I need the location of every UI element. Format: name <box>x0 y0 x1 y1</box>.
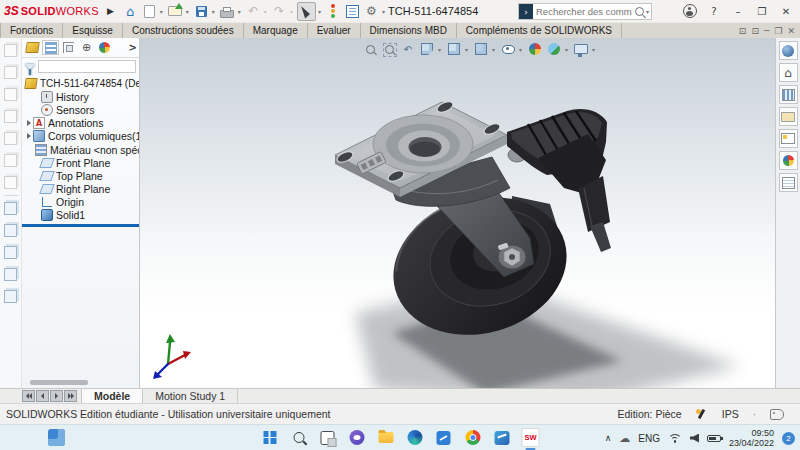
propertymanager-tab[interactable] <box>60 40 77 55</box>
notification-badge[interactable]: 2 <box>782 432 795 445</box>
tab-modele[interactable]: Modèle <box>81 389 143 403</box>
tree-item-history[interactable]: History <box>22 90 139 103</box>
open-button[interactable] <box>167 3 184 20</box>
section-view-icon[interactable] <box>419 41 435 57</box>
select-caret-icon[interactable]: ▾ <box>318 8 321 15</box>
section-caret-icon[interactable]: ▾ <box>438 46 441 53</box>
print-button[interactable] <box>219 3 236 20</box>
tray-overflow-icon[interactable]: ∧ <box>605 433 612 443</box>
search-icon[interactable] <box>635 7 644 16</box>
print-caret-icon[interactable]: ▾ <box>238 8 241 15</box>
zoom-to-fit-icon[interactable] <box>362 41 378 57</box>
battery-icon[interactable] <box>707 435 721 442</box>
view-tool-icon[interactable] <box>4 154 17 167</box>
tab-motion-study[interactable]: Motion Study 1 <box>143 389 238 403</box>
screen-tool-icon[interactable] <box>4 246 17 259</box>
save-caret-icon[interactable]: ▾ <box>212 8 215 15</box>
configurationmanager-tab[interactable]: ⊕ <box>78 40 95 55</box>
command-search[interactable]: › ▾ <box>518 3 652 20</box>
tags-icon[interactable] <box>770 409 784 420</box>
new-document-button[interactable] <box>141 3 158 20</box>
tab-esquisse[interactable]: Esquisse <box>63 23 123 38</box>
view-tool-icon[interactable] <box>4 132 17 145</box>
previous-view-icon[interactable]: ↶ <box>400 41 416 57</box>
expand-panel-icon[interactable]: > <box>129 42 137 53</box>
view-tool-icon[interactable] <box>4 88 17 101</box>
settings-caret-icon[interactable]: ▾ <box>382 8 385 15</box>
unit-system[interactable]: IPS <box>722 408 739 420</box>
tree-item-top-plane[interactable]: Top Plane <box>22 169 139 182</box>
doc-flyout2-icon[interactable]: ⊡ <box>751 26 759 36</box>
doc-close-icon[interactable]: ✕ <box>787 26 795 36</box>
widgets-button[interactable] <box>48 429 65 446</box>
sketch-tool-icon[interactable] <box>4 202 17 215</box>
start-button[interactable] <box>261 428 279 447</box>
tab-complements[interactable]: Compléments de SOLIDWORKS <box>457 23 622 38</box>
select-tool-button[interactable] <box>297 2 316 21</box>
chat-button[interactable] <box>348 428 366 447</box>
first-tab-button[interactable] <box>22 390 35 402</box>
filter-input[interactable] <box>38 60 136 73</box>
copy-tool-icon[interactable] <box>4 268 17 281</box>
options-table-button[interactable] <box>344 3 361 20</box>
next-tab-button[interactable] <box>50 390 63 402</box>
tree-item-front-plane[interactable]: Front Plane <box>22 156 139 169</box>
featuremanager-tab[interactable] <box>42 40 59 55</box>
edit-appearance-icon[interactable] <box>527 41 543 57</box>
expand-arrow-icon[interactable] <box>27 120 31 126</box>
orientation-caret-icon[interactable]: ▾ <box>465 46 468 53</box>
filter-funnel-icon[interactable] <box>25 64 35 70</box>
design-library-tab[interactable] <box>779 85 798 104</box>
snipping-tool-button[interactable] <box>435 428 453 447</box>
caster-wheel-model[interactable] <box>140 38 775 388</box>
part-tab[interactable] <box>24 40 41 55</box>
display-style-caret-icon[interactable]: ▾ <box>492 46 495 53</box>
close-button[interactable]: ✕ <box>776 1 796 21</box>
home-button[interactable]: ⌂ <box>122 3 139 20</box>
view-tool-icon[interactable] <box>4 66 17 79</box>
tab-constructions-soudees[interactable]: Constructions soudées <box>123 23 244 38</box>
menu-flyout-icon[interactable]: ▶ <box>107 6 114 16</box>
appearances-tab[interactable] <box>779 151 798 170</box>
edge-button[interactable] <box>406 428 424 447</box>
rollback-bar[interactable] <box>22 224 139 227</box>
prev-tab-button[interactable] <box>36 390 49 402</box>
new-caret-icon[interactable]: ▾ <box>160 8 163 15</box>
wifi-icon[interactable] <box>668 433 682 444</box>
doc-flyout-icon[interactable]: ⊡ <box>739 26 747 36</box>
home-tab[interactable]: ⌂ <box>779 63 798 82</box>
displaymanager-tab[interactable] <box>96 40 113 55</box>
help-button[interactable]: ? <box>704 1 724 21</box>
view-tool-icon[interactable] <box>4 110 17 123</box>
tab-marquage[interactable]: Marquage <box>244 23 308 38</box>
view-settings-caret-icon[interactable]: ▾ <box>592 46 595 53</box>
file-explorer-tab[interactable] <box>779 107 798 126</box>
view-tool-icon[interactable] <box>4 44 17 57</box>
hide-show-caret-icon[interactable]: ▾ <box>519 46 522 53</box>
tree-item-solid1[interactable]: Solid1 <box>22 209 139 222</box>
undo-button[interactable]: ↶ <box>245 3 262 20</box>
open-caret-icon[interactable]: ▾ <box>186 8 189 15</box>
scene-caret-icon[interactable]: ▾ <box>565 46 568 53</box>
tree-item-sensors[interactable]: Sensors <box>22 103 139 116</box>
edrawings-button[interactable] <box>493 428 511 447</box>
onedrive-icon[interactable]: ☁ <box>619 432 630 445</box>
zoom-to-area-icon[interactable] <box>381 41 397 57</box>
save-button[interactable] <box>193 3 210 20</box>
tree-item-origin[interactable]: Origin <box>22 196 139 209</box>
restore-button[interactable]: ❐ <box>752 1 772 21</box>
minimize-button[interactable]: – <box>728 1 748 21</box>
chrome-button[interactable] <box>464 428 482 447</box>
tree-horizontal-scrollbar[interactable] <box>30 380 88 385</box>
tab-evaluer[interactable]: Evaluer <box>308 23 361 38</box>
search-input[interactable] <box>533 6 635 17</box>
tab-fonctions[interactable]: Fonctions <box>0 23 63 38</box>
tree-item-annotations[interactable]: A Annotations <box>22 117 139 130</box>
view-palette-tab[interactable] <box>779 129 798 148</box>
paste-tool-icon[interactable] <box>4 290 17 303</box>
tree-item-corps-volumiques[interactable]: Corps volumiques(1) <box>22 130 139 143</box>
solidworks-taskbar-button[interactable]: SW <box>522 428 540 447</box>
graphics-viewport[interactable]: ↶ ▾ ▾ ▾ ▾ ▾ ▾ <box>140 38 775 388</box>
display-style-icon[interactable] <box>473 41 489 57</box>
search-caret-icon[interactable]: ▾ <box>646 8 649 15</box>
